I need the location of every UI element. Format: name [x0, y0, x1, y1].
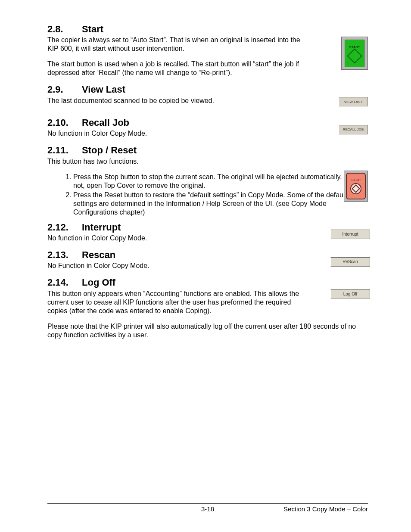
start-button-image: START — [341, 37, 368, 70]
list-item: Press the Reset button to restore the “d… — [73, 191, 368, 217]
interrupt-button-label: Interrupt — [342, 232, 358, 236]
rescan-button-label: ReScan — [342, 259, 358, 264]
heading-number: 2.8. — [47, 24, 82, 35]
log-off-button-image: Log Off — [330, 289, 370, 299]
heading-log-off: 2.14.Log Off — [47, 277, 368, 288]
section-interrupt: 2.12.Interrupt No function in Color Copy… — [47, 222, 368, 243]
heading-recall-job: 2.10.Recall Job — [47, 117, 368, 128]
heading-stop-reset: 2.11.Stop / Reset — [47, 145, 368, 156]
heading-number: 2.9. — [47, 84, 82, 95]
heading-number: 2.10. — [47, 117, 82, 128]
stop-button-image: STOP — [344, 171, 368, 202]
recall-job-button-image: RECALL JOB — [339, 125, 368, 134]
footer-page-number: 3-18 — [201, 505, 214, 513]
diamond-icon — [347, 49, 362, 63]
heading-number: 2.12. — [47, 222, 82, 233]
heading-title: Start — [82, 24, 103, 34]
rescan-button-image: ReScan — [330, 257, 370, 267]
heading-title: Rescan — [82, 249, 115, 260]
heading-title: View Last — [82, 84, 125, 95]
para: No Function in Color Copy Mode. — [47, 261, 302, 270]
heading-number: 2.13. — [47, 249, 82, 261]
para: This button has two functions. — [47, 157, 302, 166]
view-last-button-label: VIEW LAST — [344, 100, 363, 104]
heading-title: Interrupt — [82, 222, 121, 233]
heading-title: Log Off — [82, 277, 115, 288]
interrupt-button-image: Interrupt — [330, 230, 370, 239]
stop-reset-list: Press the Stop button to stop the curren… — [47, 173, 368, 217]
stop-button-label: STOP — [351, 178, 361, 182]
log-off-button-label: Log Off — [343, 292, 358, 296]
list-item: Press the Stop button to stop the curren… — [73, 173, 368, 190]
para: The last documented scanned to be copied… — [47, 96, 302, 105]
para: This button only appears when “Accountin… — [47, 289, 302, 315]
heading-title: Recall Job — [82, 117, 129, 128]
stop-button-inner: STOP — [346, 173, 366, 199]
heading-number: 2.14. — [47, 277, 82, 288]
heading-view-last: 2.9.View Last — [47, 84, 368, 95]
para: No function in Color Copy Mode. — [47, 234, 302, 243]
section-rescan: 2.13.Rescan No Function in Color Copy Mo… — [47, 249, 368, 270]
para: The copier is always set to “Auto Start”… — [47, 36, 302, 53]
section-stop-reset: 2.11.Stop / Reset This button has two fu… — [47, 145, 368, 216]
view-last-button-image: VIEW LAST — [339, 97, 368, 106]
heading-number: 2.11. — [47, 145, 82, 156]
section-recall-job: 2.10.Recall Job No function in Color Cop… — [47, 117, 368, 138]
page-footer: 3-18 Section 3 Copy Mode – Color — [47, 503, 368, 513]
section-start: 2.8.Start The copier is always set to “A… — [47, 24, 368, 77]
para: No function in Color Copy Mode. — [47, 129, 302, 138]
start-button-inner: START — [345, 40, 364, 67]
stop-icon — [350, 183, 361, 194]
heading-interrupt: 2.12.Interrupt — [47, 222, 368, 233]
heading-rescan: 2.13.Rescan — [47, 249, 368, 261]
section-log-off: 2.14.Log Off This button only appears wh… — [47, 277, 368, 339]
section-view-last: 2.9.View Last The last documented scanne… — [47, 84, 368, 105]
recall-job-button-label: RECALL JOB — [343, 128, 364, 131]
footer-section: Section 3 Copy Mode – Color — [283, 505, 368, 513]
para: The start button is used when a job is r… — [47, 60, 302, 77]
para: Please note that the KIP printer will al… — [47, 322, 368, 339]
heading-start: 2.8.Start — [47, 24, 368, 35]
heading-title: Stop / Reset — [82, 145, 137, 156]
